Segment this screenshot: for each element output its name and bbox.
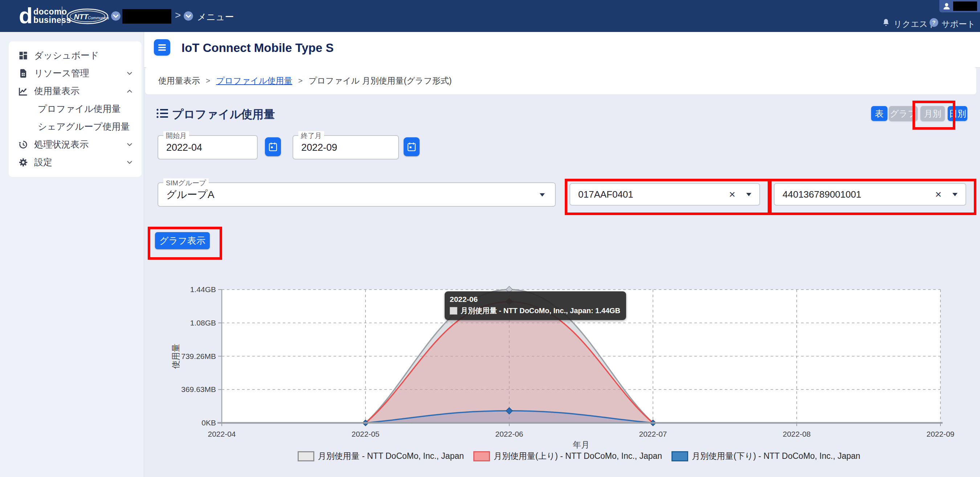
sidebar-item-dashboard[interactable]: ダッシュボード [9,46,142,64]
menu-chevron-circle-icon[interactable] [183,11,194,21]
legend-label: 月別使用量(上り) - NTT DoCoMo, Inc., Japan [494,450,662,462]
chart-tooltip: 2022-06 月別使用量 - NTT DoCoMo, Inc., Japan:… [445,291,626,320]
ntt-text: NTT [74,13,89,21]
series-marker [506,408,512,414]
series-line-2 [222,411,940,423]
tooltip-value-text: 月別使用量 - NTT DoCoMo, Inc., Japan: 1.44GB [461,306,620,316]
end-month-calendar-button[interactable] [404,137,420,156]
dropdown-caret-icon [540,193,545,196]
svg-text:2022-04: 2022-04 [208,430,235,438]
clear-icon[interactable]: × [935,189,942,200]
end-month-field[interactable]: 終了月 2022-09 [293,135,399,160]
sidebar-item-settings[interactable]: 設定 [9,153,142,171]
docomo-logo-text: docomo business [33,8,71,24]
combo-field-2-value: 440136789001001 [783,189,861,200]
legend-swatch [473,451,490,461]
series-marker [650,420,656,426]
combo-field-1[interactable]: 017AAF0401 × [570,183,760,206]
breadcrumb-separator: > [298,76,303,85]
end-month-value: 2022-09 [301,142,337,153]
logo-divider [62,6,62,26]
breadcrumb-link-profile-usage[interactable]: プロファイル使用量 [216,75,292,86]
legend-item[interactable]: 月別使用量(上り) - NTT DoCoMo, Inc., Japan [473,450,662,462]
view-toggle-daily-button[interactable]: 日別 [948,106,967,121]
combo-field-1-value: 017AAF0401 [578,189,633,200]
history-clock-icon [18,139,28,150]
breadcrumb-item-monthly-graph: プロファイル 月別使用量(グラフ形式) [309,75,452,86]
svg-text:?: ? [932,19,935,26]
line-chart-icon [18,86,28,96]
svg-text:739.26MB: 739.26MB [181,352,216,361]
chevron-down-icon [126,158,134,166]
view-toggle-graph-button[interactable]: グラフ [889,106,918,121]
ntt-sub-text: Communications [88,16,109,20]
dashboard-icon [18,51,28,61]
show-graph-button[interactable]: グラフ表示 [155,232,210,249]
navbar-breadcrumb-separator: > [175,10,181,21]
svg-text:年月: 年月 [573,440,589,449]
sidebar-item-label: プロファイル使用量 [38,103,121,115]
sidebar-item-label: 処理状況表示 [34,139,89,150]
ntt-communications-logo: NTT Communications [66,6,109,27]
legend-label: 月別使用量 - NTT DoCoMo, Inc., Japan [318,450,464,462]
svg-text:2022-07: 2022-07 [639,430,667,438]
support-label[interactable]: サポート [942,19,976,30]
hamburger-menu-button[interactable] [154,39,170,56]
page-title: プロファイル使用量 [172,107,275,122]
sidebar-item-profile-usage[interactable]: プロファイル使用量 [9,100,142,118]
sidebar-column: ダッシュボード リソース管理 使用量表示 [0,32,144,477]
series-area-2 [222,411,940,423]
sidebar-item-resources[interactable]: リソース管理 [9,64,142,82]
sim-group-value: グループA [166,188,215,202]
sidebar-item-sharegroup-usage[interactable]: シェアグループ使用量 [9,118,142,136]
docomo-logo-mark: d [19,3,33,28]
sim-group-select[interactable]: SIMグループ グループA [158,182,556,207]
calendar-icon [269,142,277,152]
dropdown-caret-icon [746,193,751,196]
gear-icon [18,157,28,168]
dropdown-caret-icon [952,193,958,196]
legend-swatch [298,451,314,461]
start-month-value: 2022-04 [166,142,202,153]
sim-group-label: SIMグループ [163,179,209,188]
breadcrumb: 使用量表示 > プロファイル使用量 > プロファイル 月別使用量(グラフ形式) [145,67,976,94]
account-chevron-circle-icon[interactable] [111,11,121,21]
svg-text:1.08GB: 1.08GB [190,319,216,327]
svg-text:0KB: 0KB [202,418,216,427]
bell-icon[interactable] [881,18,891,28]
svg-text:使用量: 使用量 [171,344,180,369]
legend-swatch [671,451,688,461]
sidebar-item-process-status[interactable]: 処理状況表示 [9,136,142,153]
person-icon [942,2,951,11]
sidebar-menu: ダッシュボード リソース管理 使用量表示 [9,41,142,177]
legend-item[interactable]: 月別使用量 - NTT DoCoMo, Inc., Japan [298,450,464,462]
svg-text:2022-05: 2022-05 [352,430,379,438]
hamburger-icon [154,39,170,56]
start-month-calendar-button[interactable] [265,137,281,156]
sidebar-item-usage[interactable]: 使用量表示 [9,82,142,100]
chart-legend: 月別使用量 - NTT DoCoMo, Inc., Japan月別使用量(上り)… [217,450,940,462]
svg-text:369.63MB: 369.63MB [181,385,216,394]
support-question-icon[interactable]: ? [929,18,939,27]
top-navbar: d docomo business NTT Communications > メ… [0,0,980,32]
brand-line2: business [33,16,71,24]
sim-card-icon [18,68,28,78]
end-month-label: 終了月 [298,131,324,140]
series-marker [363,420,368,426]
sidebar-item-label: リソース管理 [34,67,89,79]
start-month-field[interactable]: 開始月 2022-04 [158,135,258,160]
menu-label[interactable]: メニュー [197,11,234,23]
legend-label: 月別使用量(下り) - NTT DoCoMo, Inc., Japan [692,450,860,462]
sidebar-item-label: シェアグループ使用量 [38,121,130,132]
brand-line1: docomo [33,8,71,16]
start-month-label: 開始月 [163,131,189,140]
list-icon [156,108,169,119]
legend-item[interactable]: 月別使用量(下り) - NTT DoCoMo, Inc., Japan [671,450,860,462]
sidebar-item-label: 使用量表示 [34,85,80,97]
view-toggle-table-button[interactable]: 表 [871,106,888,121]
view-toggle-monthly-button[interactable]: 月別 [921,106,945,121]
clear-icon[interactable]: × [729,189,735,200]
user-chip[interactable] [939,0,980,12]
combo-field-2[interactable]: 440136789001001 × [774,183,966,206]
breadcrumb-item-usage: 使用量表示 [158,75,200,86]
